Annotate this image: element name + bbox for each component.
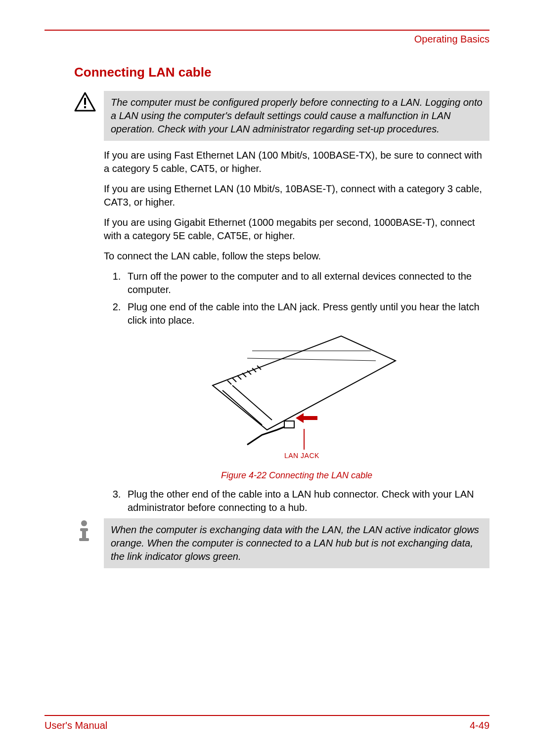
step-1: Turn off the power to the computer and t… xyxy=(124,270,490,296)
svg-rect-21 xyxy=(79,538,89,541)
footer-page-number: 4-49 xyxy=(470,720,490,731)
svg-marker-16 xyxy=(296,413,317,423)
header-rule xyxy=(44,30,490,31)
steps-list-continued: Plug the other end of the cable into a L… xyxy=(124,488,490,514)
svg-rect-15 xyxy=(284,421,294,428)
paragraph-gigabit: If you are using Gigabit Ethernet (1000 … xyxy=(104,216,490,243)
paragraph-intro-steps: To connect the LAN cable, follow the ste… xyxy=(104,250,490,263)
content-column: The computer must be configured properly… xyxy=(104,91,490,568)
info-icon xyxy=(74,519,94,541)
page: Operating Basics Connecting LAN cable Th… xyxy=(0,0,534,756)
step-2: Plug one end of the cable into the LAN j… xyxy=(124,300,490,327)
svg-point-18 xyxy=(81,520,87,526)
svg-rect-20 xyxy=(82,528,86,539)
warning-block: The computer must be configured properly… xyxy=(104,91,490,141)
svg-marker-3 xyxy=(213,336,396,430)
svg-rect-1 xyxy=(84,98,86,105)
paragraph-fast-ethernet: If you are using Fast Ethernet LAN (100 … xyxy=(104,149,490,175)
svg-rect-2 xyxy=(84,106,86,108)
footer-rule xyxy=(44,715,490,716)
footer: User's Manual 4-49 xyxy=(44,715,490,731)
note-block: When the computer is exchanging data wit… xyxy=(104,518,490,568)
paragraph-ethernet: If you are using Ethernet LAN (10 Mbit/s… xyxy=(104,182,490,209)
note-text: When the computer is exchanging data wit… xyxy=(104,518,490,568)
warning-text: The computer must be configured properly… xyxy=(104,91,490,141)
figure-caption: Figure 4-22 Connecting the LAN cable xyxy=(104,470,490,481)
header-section: Operating Basics xyxy=(44,34,490,45)
figure-image: LAN JACK xyxy=(193,331,400,460)
figure: LAN JACK xyxy=(104,331,490,462)
footer-left: User's Manual xyxy=(44,720,107,731)
steps-list: Turn off the power to the computer and t… xyxy=(124,270,490,327)
warning-icon xyxy=(74,92,96,112)
figure-callout-label: LAN JACK xyxy=(284,452,319,460)
section-title: Connecting LAN cable xyxy=(74,65,490,80)
step-3: Plug the other end of the cable into a L… xyxy=(124,488,490,514)
